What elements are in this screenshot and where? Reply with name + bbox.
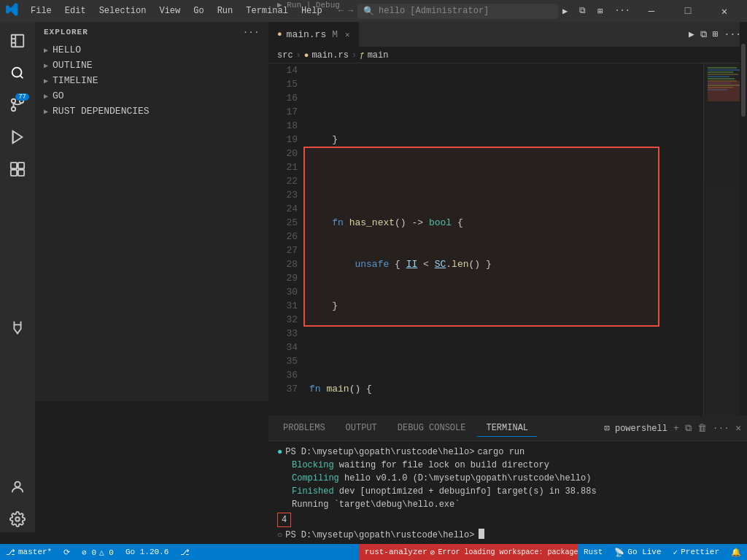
code-line-15	[309, 174, 703, 188]
breadcrumb-file[interactable]: main.rs	[311, 50, 348, 61]
search-bar[interactable]: 🔍 hello [Administrator]	[357, 4, 558, 19]
hello-label: HELLO	[53, 44, 81, 55]
line-num-26: 26	[268, 230, 298, 244]
layout-icon[interactable]: ⊞	[593, 6, 607, 17]
tab-terminal[interactable]: TERMINAL	[477, 420, 537, 437]
sidebar-item-hello[interactable]: ▶ HELLO	[35, 42, 268, 58]
sidebar-item-rust-deps[interactable]: ▶ RUST DEPENDENCIES	[35, 104, 268, 119]
git-branch[interactable]: ⎇ master*	[0, 544, 58, 560]
minimize-button[interactable]: —	[635, 0, 668, 22]
editor-scrollbar[interactable]	[740, 22, 747, 416]
term-line-1: ● PS D:\mysetup\gopath\rustcode\hello> c…	[277, 446, 738, 459]
term-cursor	[479, 529, 484, 539]
language-mode[interactable]: Rust	[578, 544, 608, 560]
svg-point-12	[15, 517, 20, 521]
editor-tab-bar: ● main.rs M ✕ ▶ ⧉ ⊞ ···	[268, 22, 747, 47]
tab-debug-console[interactable]: DEBUG CONSOLE	[389, 420, 475, 437]
go-version[interactable]: Go 1.20.6	[120, 544, 174, 560]
close-button[interactable]: ✕	[708, 0, 741, 22]
breadcrumb-fn[interactable]: main	[368, 50, 389, 61]
activity-source-control[interactable]: 77	[4, 92, 31, 118]
language-label: Rust	[584, 548, 603, 556]
activity-explorer[interactable]	[4, 28, 31, 54]
line-numbers: 14 15 16 17 18 19 20 21 22 23 24 25 26 2…	[268, 63, 303, 416]
svg-rect-8	[18, 163, 24, 168]
svg-rect-0	[12, 35, 24, 47]
activity-test[interactable]	[4, 315, 31, 341]
go-live-button[interactable]: 📡 Go Live	[608, 544, 667, 560]
activity-run-debug[interactable]	[4, 124, 31, 150]
line-num-17: 17	[268, 105, 298, 119]
run-file-icon[interactable]: ▶	[689, 28, 694, 40]
status-right: rust-analyzer ⊘ Error loading workspace:…	[359, 544, 747, 560]
rust-analyzer-label: rust-analyzer	[365, 548, 427, 556]
trash-terminal-icon[interactable]: 🗑	[697, 423, 707, 434]
editor-more-icon[interactable]: ···	[724, 29, 741, 40]
line-num-27: 27	[268, 244, 298, 257]
term-compiling-text: hello v0.1.0 (D:\mysetup\gopath\rustcode…	[344, 473, 591, 483]
tab-icon: ●	[277, 30, 282, 39]
errors-warnings[interactable]: ⊘ 0 △ 0	[76, 544, 120, 560]
sync-button[interactable]: ⟳	[58, 544, 76, 560]
maximize-button[interactable]: □	[671, 0, 705, 22]
breadcrumb-fn-icon: ƒ	[360, 51, 365, 60]
editor-layout-icon[interactable]: ⊞	[713, 28, 719, 40]
git-indicator[interactable]: ⎇	[174, 544, 196, 560]
bell-icon: 🔔	[731, 548, 741, 557]
notifications-button[interactable]: 🔔	[725, 544, 747, 560]
sidebar-more[interactable]: ···	[243, 28, 260, 36]
term-cmd-1: cargo run	[477, 446, 525, 459]
svg-point-11	[15, 482, 20, 487]
line-num-22: 22	[268, 174, 298, 188]
split-terminal-icon[interactable]: ⧉	[685, 423, 692, 434]
line-num-33: 33	[268, 327, 298, 341]
menu-view[interactable]: View	[153, 4, 186, 18]
vscode-logo	[6, 3, 19, 20]
activity-settings[interactable]	[4, 506, 31, 532]
more-icon[interactable]: ···	[610, 6, 635, 16]
line-num-14: 14	[268, 63, 298, 77]
antenna-icon: 📡	[614, 548, 624, 557]
term-running: Running	[292, 499, 328, 510]
menu-run[interactable]: Run	[212, 4, 239, 18]
close-terminal-icon[interactable]: ✕	[735, 422, 741, 434]
rust-deps-label: RUST DEPENDENCIES	[53, 106, 150, 117]
breadcrumb-src[interactable]: src	[277, 50, 293, 61]
menu-go[interactable]: Go	[187, 4, 209, 18]
editor-tab-main-rs[interactable]: ● main.rs M ✕	[268, 22, 360, 47]
svg-point-3	[12, 107, 16, 112]
run-icon[interactable]: ▶	[558, 6, 572, 17]
sidebar-item-go[interactable]: ▶ GO	[35, 88, 268, 104]
more-terminal-icon[interactable]: ···	[713, 423, 729, 434]
breadcrumb: src › ● main.rs › ƒ main	[268, 47, 747, 63]
term-prompt-1: PS D:\mysetup\gopath\rustcode\hello>	[285, 446, 474, 459]
rust-analyzer-error[interactable]: rust-analyzer ⊘ Error loading workspace:…	[359, 544, 578, 560]
menu-edit[interactable]: Edit	[59, 4, 92, 18]
activity-search[interactable]	[4, 60, 31, 86]
remote-icon[interactable]: ⧉	[575, 6, 590, 16]
line-num-20: 20	[268, 147, 298, 160]
run-debug-link[interactable]: ▶ Run | Debug	[277, 0, 340, 9]
tab-problems[interactable]: PROBLEMS	[274, 420, 334, 437]
split-editor-icon[interactable]: ⧉	[700, 29, 707, 40]
prettier-button[interactable]: ✓ Prettier	[667, 544, 725, 560]
code-editor[interactable]: } fn has_next() -> bool { unsafe { II < …	[303, 63, 703, 416]
terminal-content[interactable]: ● PS D:\mysetup\gopath\rustcode\hello> c…	[268, 441, 747, 544]
menu-selection[interactable]: Selection	[93, 4, 152, 18]
activity-extensions[interactable]	[4, 156, 31, 182]
tab-output[interactable]: OUTPUT	[337, 420, 386, 437]
code-line-16: fn has_next() -> bool {	[309, 216, 703, 230]
activity-account[interactable]	[4, 474, 31, 500]
hello-arrow: ▶	[44, 46, 48, 55]
nav-forward[interactable]: →	[348, 6, 353, 16]
term-line-6: 4	[277, 513, 738, 527]
svg-rect-10	[18, 170, 24, 176]
menu-file[interactable]: File	[25, 4, 58, 18]
term-line-7: ○ PS D:\mysetup\gopath\rustcode\hello>	[277, 529, 738, 542]
editor-wrapper: ● main.rs M ✕ ▶ ⧉ ⊞ ··· src › ● main.rs …	[268, 22, 747, 416]
terminal-panel: PROBLEMS OUTPUT DEBUG CONSOLE TERMINAL ⊡…	[268, 416, 747, 544]
sidebar-item-timeline[interactable]: ▶ TIMELINE	[35, 73, 268, 88]
tab-close-icon[interactable]: ✕	[345, 30, 350, 39]
add-terminal-icon[interactable]: +	[673, 423, 679, 434]
sidebar-item-outline[interactable]: ▶ OUTLINE	[35, 58, 268, 73]
